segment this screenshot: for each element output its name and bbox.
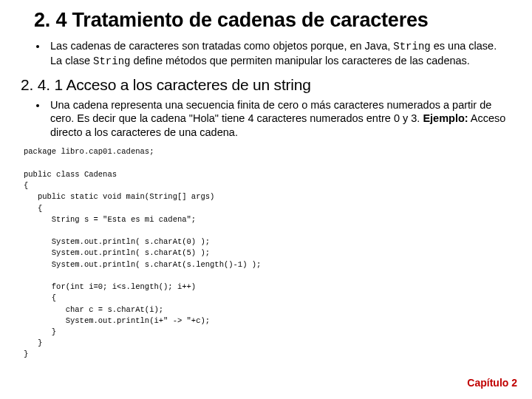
intro-text-pre: Las cadenas de caracteres son tratadas c… — [50, 40, 393, 52]
intro-text-post: define métodos que permiten manipular lo… — [130, 55, 469, 66]
desc-bold: Ejemplo: — [423, 112, 468, 124]
desc-list: Una cadena representa una secuencia fini… — [37, 98, 511, 140]
intro-code-2: String — [93, 55, 130, 67]
intro-code-1: String — [393, 41, 430, 52]
desc-bullet: Una cadena representa una secuencia fini… — [47, 98, 511, 140]
chapter-label: Capítulo 2 — [467, 377, 517, 389]
code-block: package libro.cap01.cadenas; public clas… — [24, 146, 511, 360]
section-subtitle: 2. 4. 1 Acceso a los caracteres de un st… — [21, 76, 511, 94]
page-title: 2. 4 Tratamiento de cadenas de caractere… — [34, 9, 511, 32]
intro-bullet: Las cadenas de caracteres son tratadas c… — [47, 39, 511, 69]
intro-list: Las cadenas de caracteres son tratadas c… — [37, 39, 511, 69]
slide: 2. 4 Tratamiento de cadenas de caractere… — [0, 0, 532, 361]
